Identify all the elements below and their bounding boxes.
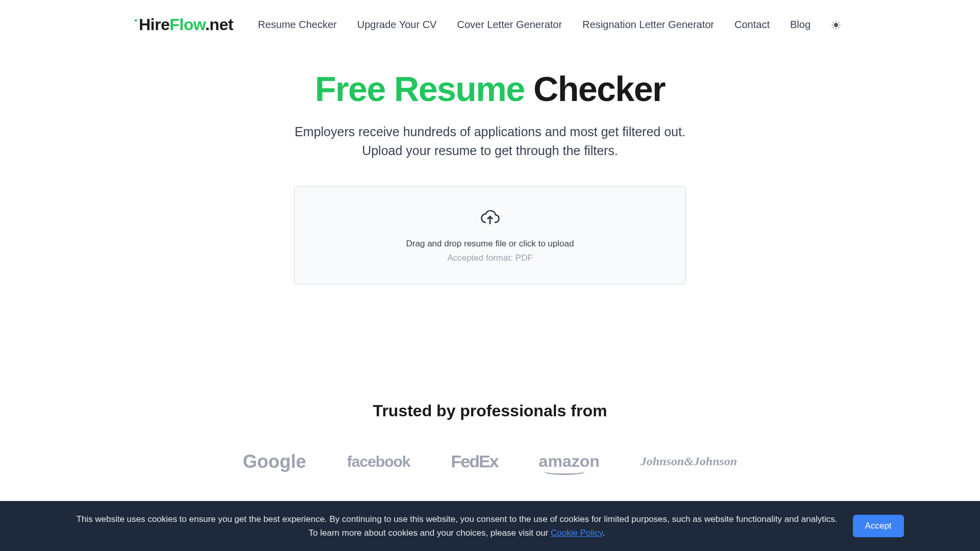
logo-johnson-johnson: Johnson&Johnson	[641, 455, 737, 468]
logo[interactable]: HireFlow.net	[139, 15, 233, 34]
cookie-policy-link[interactable]: Cookie Policy	[551, 528, 603, 538]
hero-title: Free Resume Checker	[139, 70, 841, 108]
svg-line-8	[839, 22, 839, 22]
logo-part-flow: Flow	[169, 15, 205, 34]
upload-dropzone[interactable]: Drag and drop resume file or click to up…	[294, 186, 686, 284]
cookie-text-part3: .	[603, 528, 605, 538]
header: HireFlow.net Resume Checker Upgrade Your…	[139, 0, 841, 49]
nav-cover-letter[interactable]: Cover Letter Generator	[457, 19, 562, 31]
logo-facebook: facebook	[347, 453, 410, 470]
cookie-accept-button[interactable]: Accept	[853, 515, 904, 537]
logo-part-hire: Hire	[139, 15, 169, 34]
hero-title-rest: Checker	[525, 69, 665, 108]
logo-google: Google	[243, 451, 306, 472]
upload-format: Accepted format: PDF	[447, 253, 532, 263]
nav-upgrade-cv[interactable]: Upgrade Your CV	[357, 19, 437, 31]
theme-toggle-button[interactable]	[831, 20, 841, 30]
trusted-section: Trusted by professionals from Google fac…	[139, 402, 841, 472]
cookie-text: This website uses cookies to ensure you …	[76, 512, 837, 540]
svg-line-7	[833, 27, 834, 28]
cookie-banner: This website uses cookies to ensure you …	[0, 501, 980, 551]
company-logos: Google facebook FedEx amazon Johnson&Joh…	[139, 451, 841, 472]
hero-subtitle-line2: Upload your resume to get through the fi…	[362, 143, 618, 158]
hero-section: Free Resume Checker Employers receive hu…	[139, 49, 841, 284]
nav-contact[interactable]: Contact	[734, 19, 770, 31]
cookie-text-part1: This website uses cookies to ensure you …	[76, 514, 837, 524]
hero-subtitle: Employers receive hundreds of applicatio…	[139, 122, 841, 161]
logo-amazon: amazon	[539, 452, 600, 471]
main-nav: Resume Checker Upgrade Your CV Cover Let…	[258, 19, 841, 31]
nav-blog[interactable]: Blog	[790, 19, 811, 31]
nav-resignation-letter[interactable]: Resignation Letter Generator	[582, 19, 714, 31]
nav-resume-checker[interactable]: Resume Checker	[258, 19, 337, 31]
cloud-upload-icon	[479, 207, 501, 230]
hero-title-highlight: Free Resume	[315, 69, 525, 108]
svg-line-4	[839, 27, 839, 28]
hero-subtitle-line1: Employers receive hundreds of applicatio…	[295, 124, 685, 139]
upload-instruction: Drag and drop resume file or click to up…	[406, 239, 574, 249]
svg-line-3	[833, 22, 834, 22]
logo-fedex: FedEx	[451, 452, 498, 471]
logo-part-net: .net	[205, 15, 233, 34]
sun-icon	[831, 20, 841, 30]
cookie-text-part2: To learn more about cookies and your cho…	[309, 528, 551, 538]
trusted-title: Trusted by professionals from	[139, 402, 841, 420]
svg-point-0	[835, 23, 838, 27]
